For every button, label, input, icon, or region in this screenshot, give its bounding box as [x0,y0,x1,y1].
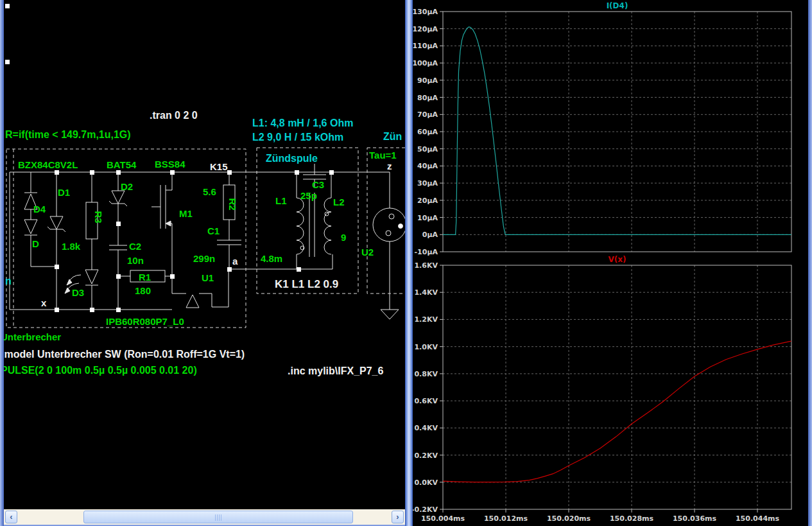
scrollbar-thumb[interactable] [83,511,353,523]
label-c2-value: 10n [127,255,144,266]
y-tick-label: 110µA [413,42,438,50]
label-l1-value: 4.8m [261,253,282,264]
label-model-directive: .model Unterbrecher SW (Ron=0.01 Roff=1G… [4,349,245,360]
label-u2: U2 [361,247,374,258]
label-d: D [32,238,39,249]
label-pulse-directive: PULSE(2 0 100m 0.5µ 0.5µ 0.005 0.01 20) [4,365,197,376]
label-bat54: BAT54 [107,159,137,170]
label-c3: C3 [312,179,324,190]
plot-title: I(D4) [607,1,628,10]
y-tick-label: 0.8KV [414,370,438,378]
y-tick-label: 40µA [417,162,438,170]
y-tick-label: 0.6KV [414,397,438,405]
label-c1: C1 [207,225,220,236]
scroll-left-button[interactable]: ‹ [5,511,17,523]
y-tick-label: 0.2KV [414,451,438,460]
label-m1: M1 [179,208,193,219]
label-r1: R1 [139,272,151,283]
y-tick-label: 10µA [417,214,438,222]
y-tick-label: 30µA [417,179,438,188]
label-r1-value: 180 [135,285,151,296]
label-zuendspule: Zündspule [266,153,318,164]
label-ipb-model: IPB60R080P7_L0 [106,316,184,327]
label-r3: R3 [93,211,104,223]
label-l1: L1 [275,195,287,206]
label-d3: D3 [72,287,84,298]
y-tick-label: 1.0KV [414,343,438,351]
y-tick-label: 1.4KV [414,288,438,297]
waveform-canvas[interactable]: 130µA120µA110µA100µA90µA80µA70µA60µA50µA… [413,0,808,526]
y-tick-label: -0.2KV [413,505,438,514]
y-tick-label: 90µA [417,76,438,85]
y-tick-label: -10µA [415,248,438,256]
scrollbar-grip-icon [215,514,221,521]
label-l2-spec: L2 9,0 H / 15 kOhm [252,132,343,143]
plot-title: V(x) [609,255,626,264]
schematic-pane[interactable]: .tran 0 2 0 R=if(time < 149.7m,1u,1G) L1… [4,0,405,509]
y-tick-label: 130µA [413,8,438,16]
ltspice-window: .tran 0 2 0 R=if(time < 149.7m,1u,1G) L1… [0,0,812,526]
module-box-zuendspule [257,148,358,294]
schematic-labels: .tran 0 2 0 R=if(time < 149.7m,1u,1G) L1… [4,110,402,376]
label-tran-directive: .tran 0 2 0 [150,110,198,121]
waveform-pane[interactable]: 130µA120µA110µA100µA90µA80µA70µA60µA50µA… [413,0,808,526]
label-r-if-expression: R=if(time < 149.7m,1u,1G) [5,129,131,140]
trace-i-d4- [443,27,791,234]
label-d4: D4 [33,204,46,215]
plot-border [443,265,791,509]
module-box-tau [367,148,405,294]
label-inc-directive: .inc mylib\IFX_P7_6 [288,365,384,376]
y-tick-label: 0.4KV [414,424,438,432]
x-tick-label: 150.020ms [547,514,591,523]
label-node-x: x [41,297,47,308]
x-tick-label: 150.036ms [673,514,717,523]
x-tick-label: 150.012ms [484,514,528,523]
scroll-right-icon: › [396,512,399,522]
label-r3-value: 1.8k [62,241,81,252]
y-tick-label: 100µA [413,59,438,67]
y-tick-label: 80µA [417,94,438,102]
label-node-a: a [232,256,238,267]
label-c1-value: 299n [193,253,215,264]
label-d2: D2 [121,181,133,192]
label-k1-coupling: K1 L1 L2 0.9 [275,278,338,290]
x-tick-label: 150.028ms [610,514,654,523]
label-d1: D1 [58,187,70,198]
label-unterbrecher: Unterbrecher [4,331,61,342]
label-r2-value: 5.6 [203,186,216,197]
label-c2: C2 [129,241,141,252]
label-r2: R2 [227,198,238,210]
label-l2-value: 9 [341,232,346,243]
y-tick-label: 0.0KV [414,478,438,487]
label-bzx84: BZX84C8V2L [18,159,78,170]
y-tick-label: 60µA [417,128,438,136]
label-node-n: n [5,276,12,286]
label-l2: L2 [333,197,345,207]
y-tick-label: 70µA [417,110,438,119]
label-bss84: BSS84 [155,159,186,170]
y-tick-label: 20µA [417,197,438,205]
y-tick-label: 1.6KV [414,261,438,270]
y-tick-label: 120µA [413,25,438,33]
trace-v-x- [443,341,791,482]
scroll-right-button[interactable]: › [392,511,404,523]
schematic-canvas[interactable]: .tran 0 2 0 R=if(time < 149.7m,1u,1G) L1… [4,0,405,509]
label-zuen-clipped: Zün [383,131,402,142]
scroll-left-icon: ‹ [10,512,12,522]
x-tick-label: 150.044ms [736,514,780,523]
x-tick-label: 150.004ms [421,514,465,523]
y-tick-label: 50µA [417,145,438,153]
y-tick-label: 1.2KV [414,315,438,324]
label-c3-value: 25p [300,190,317,201]
y-tick-label: 0µA [422,231,438,239]
window-right-edge [808,0,812,526]
label-node-z: z [387,161,392,171]
horizontal-scrollbar[interactable]: ‹ › [4,509,405,525]
pane-splitter[interactable] [405,0,413,526]
label-u1: U1 [202,272,214,283]
label-l1-spec: L1: 4,8 mH / 1,6 Ohm [252,118,353,128]
label-node-k15: K15 [210,161,228,172]
label-tau: Tau=1 [369,150,397,161]
